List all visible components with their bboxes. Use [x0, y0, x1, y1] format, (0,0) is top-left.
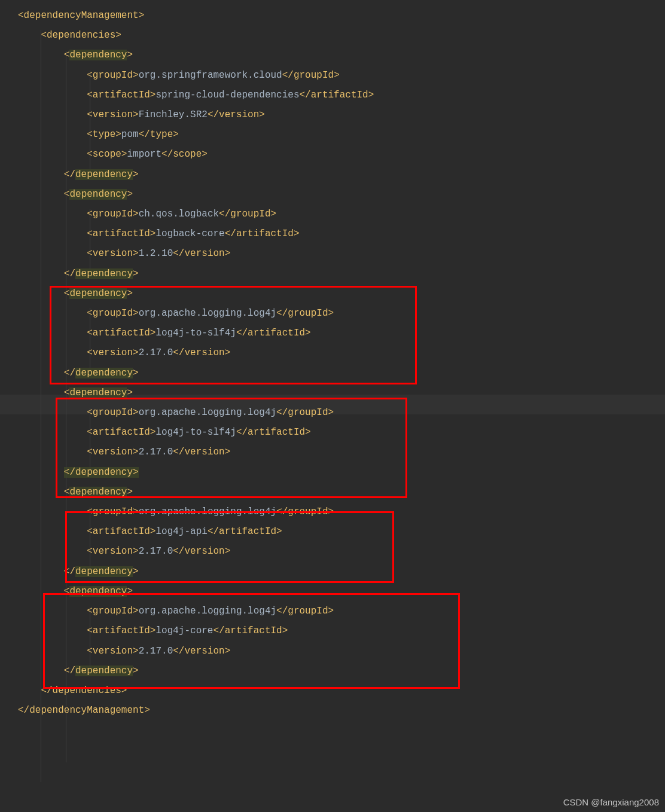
code-line: <version>2.17.0</version>: [18, 642, 647, 661]
code-line: <groupId>org.apache.logging.log4j</group…: [18, 602, 647, 621]
code-line: <version>2.17.0</version>: [18, 343, 647, 363]
code-line: </dependency>: [18, 562, 647, 582]
code-line: <version>2.17.0</version>: [18, 542, 647, 561]
code-line: <artifactId>log4j-to-slf4j</artifactId>: [18, 323, 647, 343]
code-line: <dependencyManagement>: [18, 6, 647, 26]
code-line: <dependencies>: [18, 26, 647, 45]
code-line: <scope>import</scope>: [18, 145, 647, 164]
code-line: <groupId>org.apache.logging.log4j</group…: [18, 403, 647, 423]
code-line: <artifactId>logback-core</artifactId>: [18, 224, 647, 244]
code-line: <version>1.2.10</version>: [18, 244, 647, 264]
code-line: <artifactId>log4j-to-slf4j</artifactId>: [18, 423, 647, 442]
code-line: <version>Finchley.SR2</version>: [18, 105, 647, 125]
code-line: <artifactId>log4j-api</artifactId>: [18, 522, 647, 542]
code-line: <dependency>: [18, 284, 647, 304]
code-line: <dependency>: [18, 483, 647, 502]
code-line: </dependency>: [18, 661, 647, 681]
code-line: <type>pom</type>: [18, 125, 647, 145]
code-line: <groupId>ch.qos.logback</groupId>: [18, 204, 647, 224]
code-line: <dependency>: [18, 582, 647, 602]
code-line: <dependency>: [18, 185, 647, 204]
code-line: <version>2.17.0</version>: [18, 442, 647, 462]
code-line: </dependency>: [18, 364, 647, 383]
code-line: </dependencies>: [18, 681, 647, 701]
code-line: </dependency>: [18, 463, 647, 483]
code-line: <artifactId>spring-cloud-dependencies</a…: [18, 86, 647, 105]
code-line: </dependencyManagement>: [18, 701, 647, 721]
code-line: <groupId>org.apache.logging.log4j</group…: [18, 502, 647, 522]
code-line: <dependency>: [18, 383, 647, 403]
code-line: </dependency>: [18, 165, 647, 185]
code-line: <groupId>org.springframework.cloud</grou…: [18, 66, 647, 86]
watermark: CSDN @fangxiang2008: [563, 797, 659, 807]
code-line: <dependency>: [18, 45, 647, 65]
code-line: <groupId>org.apache.logging.log4j</group…: [18, 304, 647, 323]
code-line: <artifactId>log4j-core</artifactId>: [18, 621, 647, 641]
code-line: </dependency>: [18, 264, 647, 284]
code-editor: <dependencyManagement> <dependencies> <d…: [0, 0, 665, 726]
